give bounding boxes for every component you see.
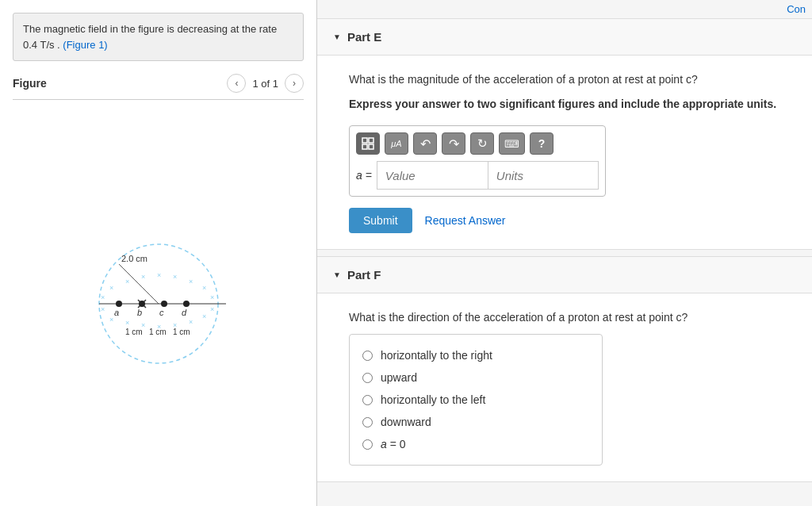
submit-button[interactable]: Submit <box>349 208 412 233</box>
svg-rect-38 <box>362 144 367 149</box>
keyboard-button[interactable]: ⌨ <box>499 132 525 155</box>
figure-title: Figure <box>13 77 47 90</box>
svg-text:×: × <box>125 319 129 327</box>
part-e-collapse-icon[interactable]: ▼ <box>333 33 341 41</box>
svg-text:×: × <box>173 273 177 281</box>
option-label-2[interactable]: horizontally to the left <box>381 393 485 406</box>
right-panel: Con ▼ Part E What is the magnitude of th… <box>317 0 812 506</box>
svg-text:×: × <box>141 273 145 281</box>
figure-link[interactable]: (Figure 1) <box>63 39 107 51</box>
part-f-section: ▼ Part F What is the direction of the ac… <box>317 256 812 482</box>
help-button[interactable]: ? <box>530 132 553 155</box>
option-label-1[interactable]: upward <box>381 371 417 384</box>
part-e-instruction: Express your answer to two significant f… <box>349 96 780 113</box>
option-label-3[interactable]: downward <box>381 416 431 428</box>
value-input[interactable] <box>377 161 488 190</box>
svg-text:×: × <box>202 284 206 292</box>
radio-option-1[interactable] <box>362 373 373 383</box>
svg-point-11 <box>163 302 166 305</box>
con-link[interactable]: Con <box>787 3 806 15</box>
svg-text:b: b <box>137 308 142 317</box>
part-e-header: ▼ Part E <box>317 19 812 56</box>
part-e-question: What is the magnitude of the acceleratio… <box>349 71 780 88</box>
radio-option-3[interactable] <box>362 417 373 427</box>
units-input[interactable] <box>488 161 599 190</box>
part-e-content: What is the magnitude of the acceleratio… <box>317 56 812 249</box>
svg-text:1 cm: 1 cm <box>149 328 167 336</box>
problem-text-line2: 0.4 T/s . <box>23 39 63 51</box>
svg-text:×: × <box>210 305 214 313</box>
svg-text:×: × <box>189 278 193 286</box>
undo-button[interactable]: ↶ <box>413 132 437 155</box>
svg-rect-37 <box>369 138 373 143</box>
svg-text:×: × <box>101 293 105 301</box>
svg-text:×: × <box>109 316 113 324</box>
figure-navigation: ‹ 1 of 1 › <box>227 74 304 93</box>
part-f-header: ▼ Part F <box>317 257 812 293</box>
radio-option-2[interactable] <box>362 395 373 405</box>
option-label-4[interactable]: a = 0 <box>381 438 406 450</box>
svg-text:1 cm: 1 cm <box>125 328 143 336</box>
svg-point-8 <box>139 301 145 307</box>
option-label-0[interactable]: horizontally to the right <box>381 349 492 362</box>
figure-count: 1 of 1 <box>252 78 278 90</box>
problem-description: The magnetic field in the figure is decr… <box>13 13 304 61</box>
figure-section: Figure ‹ 1 of 1 › 2.0 cm a <box>13 74 304 493</box>
options-box: horizontally to the right upward horizon… <box>349 334 603 466</box>
svg-text:c: c <box>159 308 164 317</box>
figure-svg: 2.0 cm a b c d <box>56 220 262 379</box>
action-row: Submit Request Answer <box>349 208 780 233</box>
list-item: upward <box>362 366 589 389</box>
svg-text:1 cm: 1 cm <box>173 328 190 336</box>
svg-text:×: × <box>189 318 193 326</box>
figure-next-button[interactable]: › <box>285 74 304 93</box>
part-e-answer-box: μA ↶ ↷ ↻ ⌨ ? a = <box>349 125 606 197</box>
redo-button[interactable]: ↷ <box>442 132 465 155</box>
input-label: a = <box>356 169 372 182</box>
part-e-section: ▼ Part E What is the magnitude of the ac… <box>317 18 812 250</box>
radio-option-0[interactable] <box>362 351 373 361</box>
list-item: downward <box>362 411 589 433</box>
svg-text:d: d <box>182 308 187 317</box>
top-right-area: Con <box>317 0 812 18</box>
input-row: a = <box>356 161 599 190</box>
refresh-button[interactable]: ↻ <box>470 132 494 155</box>
mu-a-button[interactable]: μA <box>385 132 408 155</box>
problem-text-line1: The magnetic field in the figure is decr… <box>23 23 277 35</box>
svg-text:×: × <box>157 271 161 279</box>
figure-content: 2.0 cm a b c d <box>13 106 304 493</box>
part-f-collapse-icon[interactable]: ▼ <box>333 270 341 279</box>
list-item: a = 0 <box>362 433 589 455</box>
svg-text:×: × <box>210 293 214 301</box>
svg-text:×: × <box>101 305 105 313</box>
svg-rect-39 <box>369 144 373 149</box>
grid-icon <box>362 137 374 150</box>
request-answer-link[interactable]: Request Answer <box>425 214 506 227</box>
svg-rect-36 <box>362 138 367 143</box>
toolbar: μA ↶ ↷ ↻ ⌨ ? <box>356 132 599 155</box>
svg-text:2.0 cm: 2.0 cm <box>121 254 147 263</box>
figure-header: Figure ‹ 1 of 1 › <box>13 74 304 100</box>
list-item: horizontally to the left <box>362 389 589 411</box>
left-panel: The magnetic field in the figure is decr… <box>0 0 317 506</box>
svg-text:a: a <box>114 308 119 317</box>
part-f-label: Part F <box>347 268 381 282</box>
part-e-label: Part E <box>347 30 381 44</box>
grid-icon-button[interactable] <box>356 132 380 155</box>
part-f-question: What is the direction of the acceleratio… <box>349 309 780 326</box>
list-item: horizontally to the right <box>362 344 589 366</box>
svg-text:×: × <box>125 278 129 286</box>
svg-point-13 <box>183 301 190 307</box>
radio-option-4[interactable] <box>362 439 373 450</box>
svg-text:×: × <box>202 312 206 320</box>
part-f-content: What is the direction of the acceleratio… <box>317 293 812 481</box>
svg-point-4 <box>116 301 122 307</box>
svg-text:×: × <box>109 284 113 292</box>
figure-prev-button[interactable]: ‹ <box>227 74 246 93</box>
